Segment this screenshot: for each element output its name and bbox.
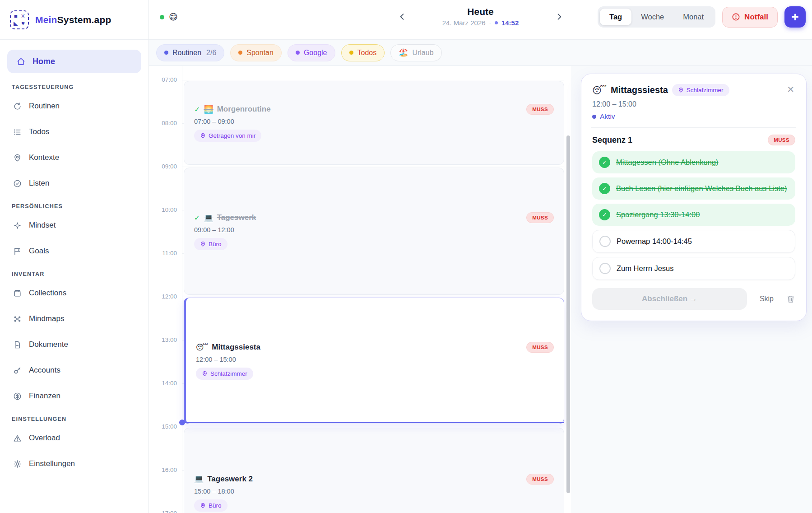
hour-label: 07:00 [149,76,177,83]
event-location-label: Schlafzimmer [210,370,247,377]
filter-chip-routinen[interactable]: Routinen 2/6 [156,44,224,61]
check-glyph: ✓ [602,159,607,166]
event-detail-panel: 😴 Mittagssiesta Schlafzimmer ✕ 12:00 – 1… [581,74,807,321]
checklist-item-mittagessen[interactable]: ✓ Mittagessen (Ohne Ablenkung) [592,151,795,173]
tab-tag[interactable]: Tag [600,9,631,25]
app-logo-icon: ■ ✳ ◣ ♥ [10,10,29,29]
calendar-event-tageswerk[interactable]: ✓ 💻 Tageswerk MUSS 09:00 – 12:00 Büro [184,168,564,295]
event-location-chip: Büro [194,499,227,512]
filter-chip-google[interactable]: Google [288,44,335,61]
sidebar-item-kontexte[interactable]: Kontexte [7,149,141,167]
sidebar-item-goals[interactable]: Goals [7,242,141,260]
hour-label: 15:00 [149,423,177,430]
gear-icon [13,459,22,468]
chip-count: 2/6 [206,49,216,57]
calendar-scrollbar[interactable] [566,135,570,493]
checklist-item-spaziergang[interactable]: ✓ Spaziergang 13:30-14:00 [592,204,795,226]
next-day-button[interactable] [552,10,566,23]
filter-chip-spontan[interactable]: Spontan [230,44,282,61]
notfall-button[interactable]: Notfall [722,7,778,28]
sidebar-item-listen[interactable]: Listen [7,174,141,192]
complete-button[interactable]: Abschließen → [592,288,747,310]
muss-badge: MUSS [526,342,554,353]
hour-gridline [182,427,564,427]
checklist-label: Buch Lesen (hier einfügen Welches Buch a… [616,183,787,193]
calendar-event-mittagssiesta[interactable]: 😴 Mittagssiesta MUSS 12:00 – 15:00 Schla… [184,298,564,424]
panel-location-label: Schlafzimmer [687,87,724,93]
date-block: Heute 24. März 2026 · 14:52 [433,6,528,27]
panel-location-chip: Schlafzimmer [672,84,729,96]
event-time: 12:00 – 15:00 [196,356,554,363]
sidebar-item-collections[interactable]: Collections [7,284,141,302]
checklist-item-zum-herrn-jesus[interactable]: Zum Herrn Jesus [592,257,795,280]
warning-triangle-icon [13,434,22,443]
calendar-event-tageswerk-2[interactable]: 💻 Tageswerk 2 MUSS 15:00 – 18:00 Büro [184,428,564,513]
checklist-label: Powernap 14:00-14:45 [617,236,692,246]
sidebar-item-mindset[interactable]: Mindset [7,216,141,234]
time-indicator-dot [495,21,498,24]
check-glyph: ✓ [602,211,607,218]
checked-circle-icon: ✓ [599,183,610,194]
chip-label: Todos [357,49,377,57]
done-check-icon: ✓ [194,105,200,114]
sidebar-item-mindmaps[interactable]: Mindmaps [7,310,141,328]
map-pin-icon [13,153,22,162]
event-title: Tageswerk [217,213,256,222]
checklist-label: Mittagessen (Ohne Ablenkung) [616,157,719,167]
section-title-persoenliches: PERSÖNLICHES [12,203,137,210]
sidebar-item-label: Listen [29,179,49,188]
dollar-circle-icon [13,392,22,401]
notfall-label: Notfall [744,13,768,22]
separator-dot: · [489,19,491,26]
sunrise-emoji-icon: 🌅 [204,105,213,114]
current-time-line [182,422,564,423]
previous-day-button[interactable] [395,10,409,23]
plus-icon: + [791,10,798,24]
checklist-item-buch-lesen[interactable]: ✓ Buch Lesen (hier einfügen Welches Buch… [592,177,795,200]
trash-icon[interactable] [786,294,795,303]
calendar-axis-line [182,66,182,513]
sidebar-item-overload[interactable]: Overload [7,429,141,447]
sidebar-item-label: Einstellungen [29,459,75,468]
calendar-event-morgenroutine[interactable]: ✓ 🌅 Morgenroutine MUSS 07:00 – 09:00 Get… [184,81,564,165]
unchecked-circle-icon [599,236,611,247]
event-title: Tageswerk 2 [207,475,253,484]
home-icon [16,57,25,66]
hour-label: 13:00 [149,336,177,343]
tab-monat[interactable]: Monat [673,9,713,25]
hour-label: 14:00 [149,380,177,387]
hour-gridline [182,297,564,297]
logo-heart-glyph: ♥ [21,20,25,26]
sidebar-item-routinen[interactable]: Routinen [7,97,141,115]
sidebar-item-home[interactable]: Home [7,50,141,73]
alert-circle-icon [732,13,740,21]
filter-chip-urlaub[interactable]: 🏖️ Urlaub [390,44,441,61]
panel-status: Aktiv [592,112,795,121]
hour-label: 10:00 [149,206,177,213]
sidebar-item-dokumente[interactable]: Dokumente [7,336,141,354]
hour-gridline [182,80,564,80]
document-icon [13,340,22,349]
checked-circle-icon: ✓ [599,157,610,168]
sidebar-item-accounts[interactable]: Accounts [7,361,141,379]
sidebar-item-label: Mindmaps [29,314,64,323]
hour-label: 08:00 [149,120,177,126]
event-location-label: Getragen von mir [209,132,255,139]
sidebar-item-einstellungen[interactable]: Einstellungen [7,455,141,473]
check-glyph: ✓ [602,185,607,192]
skip-button[interactable]: Skip [760,295,774,303]
sidebar-item-label: Routinen [29,102,60,111]
add-button[interactable]: + [784,6,806,28]
sidebar-nav: Home TAGESSTEUERUNG Routinen Todos Konte… [0,40,148,480]
filter-chip-todos[interactable]: Todos [341,44,385,61]
checklist-label: Zum Herrn Jesus [617,263,674,273]
sidebar-item-label: Mindset [29,221,56,230]
routinen-color-dot [164,51,168,55]
sidebar-item-label: Home [32,57,55,66]
sidebar-item-finanzen[interactable]: Finanzen [7,387,141,405]
sleeping-emoji-icon: 😴 [592,85,607,96]
tab-woche[interactable]: Woche [631,9,673,25]
close-icon[interactable]: ✕ [786,84,795,95]
checklist-item-powernap[interactable]: Powernap 14:00-14:45 [592,230,795,253]
sidebar-item-todos[interactable]: Todos [7,123,141,141]
